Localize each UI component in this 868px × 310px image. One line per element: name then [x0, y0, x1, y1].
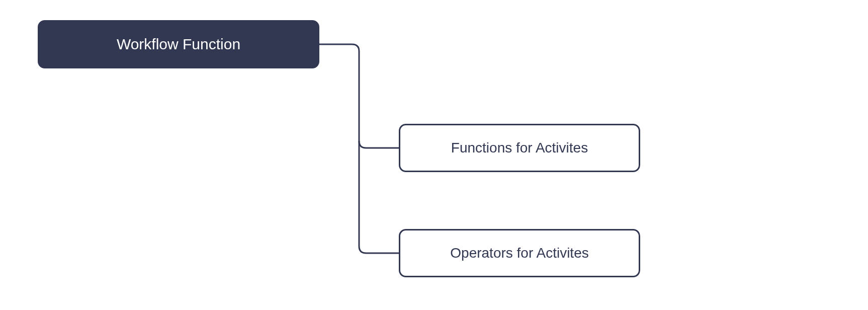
child-node-label: Operators for Activites — [450, 245, 588, 261]
child-node-operators: Operators for Activites — [399, 229, 640, 277]
root-node-workflow-function: Workflow Function — [38, 20, 319, 68]
child-node-label: Functions for Activites — [451, 140, 588, 156]
child-node-functions: Functions for Activites — [399, 124, 640, 172]
root-node-label: Workflow Function — [117, 36, 240, 53]
diagram-container: Workflow Function Functions for Activite… — [0, 0, 868, 310]
